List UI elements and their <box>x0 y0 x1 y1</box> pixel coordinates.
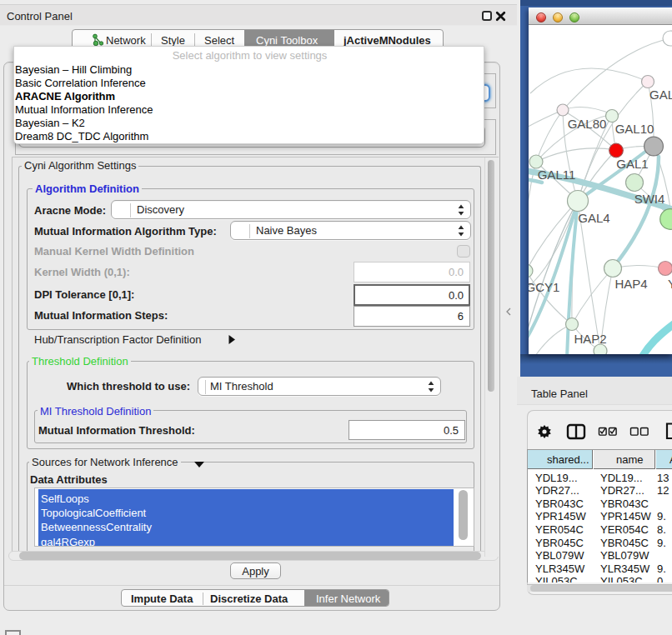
svg-text:GAL11: GAL11 <box>538 168 576 182</box>
svg-text:GCY1: GCY1 <box>529 280 559 294</box>
svg-text:GAL10: GAL10 <box>615 122 654 136</box>
svg-text:HAP2: HAP2 <box>574 332 606 346</box>
svg-text:YJ: YJ <box>668 277 672 291</box>
svg-text:GAL2: GAL2 <box>649 88 672 102</box>
svg-text:GAL4: GAL4 <box>578 211 609 225</box>
svg-text:SWI4: SWI4 <box>634 192 665 206</box>
svg-text:GAL1: GAL1 <box>616 157 648 171</box>
svg-text:HAP4: HAP4 <box>614 277 647 291</box>
svg-text:GAL80: GAL80 <box>568 117 607 131</box>
